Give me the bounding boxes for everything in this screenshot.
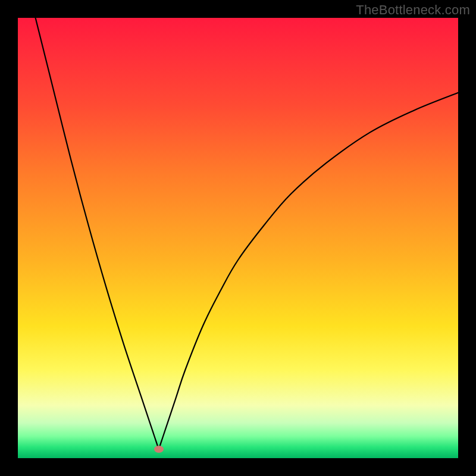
plot-area — [18, 18, 458, 458]
curve-left-branch — [36, 18, 159, 449]
watermark-text: TheBottleneck.com — [356, 2, 470, 18]
chart-frame: TheBottleneck.com — [0, 0, 476, 476]
vertex-marker — [154, 446, 164, 453]
bottleneck-curve — [18, 18, 458, 458]
curve-right-branch — [159, 93, 458, 449]
